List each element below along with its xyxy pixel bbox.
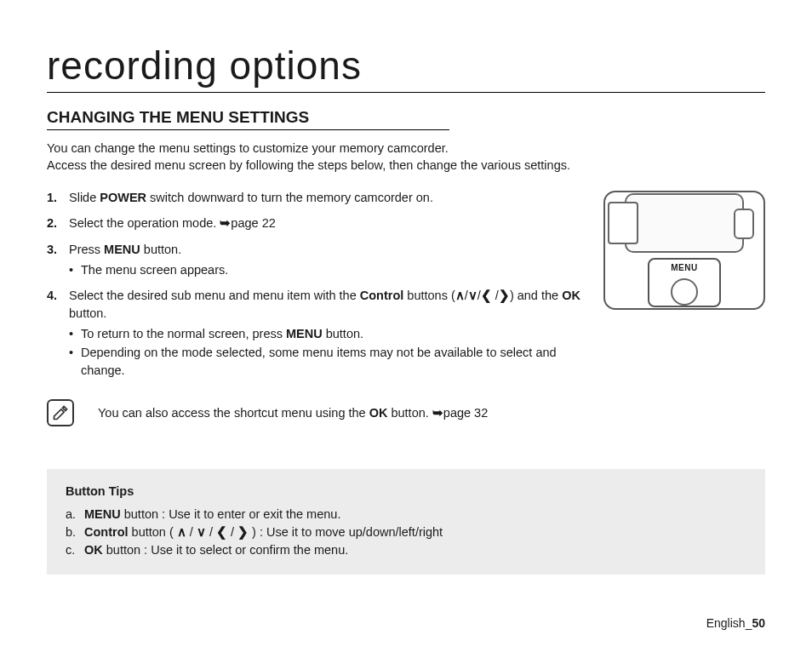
tip-item-b: b. Control button ( ∧ / ∨ / ❮ / ❯ ) : Us… bbox=[66, 523, 746, 541]
pencil-note-icon bbox=[52, 404, 69, 421]
sub-item: The menu screen appears. bbox=[69, 261, 583, 278]
arrow-icon: ➥ bbox=[432, 404, 443, 421]
step-1: 1. Slide POWER switch downward to turn t… bbox=[47, 189, 583, 206]
chevron-left-icon: ❮ bbox=[216, 525, 227, 539]
intro-line-1: You can change the menu settings to cust… bbox=[47, 141, 449, 155]
page-title: recording options bbox=[47, 43, 765, 93]
step-number: 3. bbox=[47, 241, 57, 258]
manual-page: recording options CHANGING THE MENU SETT… bbox=[0, 0, 812, 652]
intro-line-2: Access the desired menu screen by follow… bbox=[47, 158, 570, 172]
chevron-down-icon: ∨ bbox=[468, 289, 477, 302]
section-heading: CHANGING THE MENU SETTINGS bbox=[47, 108, 449, 130]
step-number: 4. bbox=[47, 287, 57, 304]
step-4: 4. Select the desired sub menu and menu … bbox=[47, 287, 583, 378]
note-row: You can also access the shortcut menu us… bbox=[47, 399, 583, 426]
chevron-left-icon: ❮ bbox=[481, 289, 492, 302]
step-text: Press MENU button. bbox=[69, 243, 181, 256]
tips-title: Button Tips bbox=[66, 483, 746, 500]
sub-list: To return to the normal screen, press ME… bbox=[69, 325, 583, 379]
sub-item: To return to the normal screen, press ME… bbox=[69, 325, 583, 342]
steps-list: 1. Slide POWER switch downward to turn t… bbox=[47, 189, 583, 426]
footer-language: English bbox=[706, 616, 746, 630]
camcorder-illustration: MENU bbox=[603, 191, 765, 310]
menu-label: MENU bbox=[671, 263, 697, 272]
camera-screen-icon bbox=[608, 202, 638, 244]
intro-text: You can change the menu settings to cust… bbox=[47, 140, 575, 174]
step-2: 2. Select the operation mode. ➥page 22 bbox=[47, 214, 583, 232]
camera-body-icon bbox=[625, 193, 744, 253]
chevron-right-icon: ❯ bbox=[237, 525, 249, 539]
chevron-up-icon: ∧ bbox=[177, 525, 186, 539]
sub-list: The menu screen appears. bbox=[69, 261, 583, 278]
step-text: Select the desired sub menu and menu ite… bbox=[69, 289, 580, 319]
menu-button-diagram: MENU bbox=[648, 258, 721, 307]
tip-item-c: c. OK button : Use it to select or confi… bbox=[66, 541, 746, 559]
page-footer: English_50 bbox=[706, 616, 765, 630]
chevron-down-icon: ∨ bbox=[197, 525, 206, 539]
sub-item: Depending on the mode selected, some men… bbox=[69, 344, 583, 379]
content-row: 1. Slide POWER switch downward to turn t… bbox=[47, 189, 765, 426]
step-3: 3. Press MENU button. The menu screen ap… bbox=[47, 241, 583, 279]
step-number: 2. bbox=[47, 214, 57, 232]
step-number: 1. bbox=[47, 189, 57, 206]
camera-lens-icon bbox=[734, 209, 754, 239]
note-icon bbox=[47, 399, 74, 426]
step-text: Select the operation mode. ➥page 22 bbox=[69, 216, 276, 230]
step-text: Slide POWER switch downward to turn the … bbox=[69, 191, 433, 204]
tip-item-a: a. MENU button : Use it to enter or exit… bbox=[66, 506, 746, 523]
arrow-icon: ➥ bbox=[220, 214, 231, 232]
page-number: 50 bbox=[752, 616, 765, 630]
chevron-right-icon: ❯ bbox=[499, 289, 510, 302]
button-tips-box: Button Tips a. MENU button : Use it to e… bbox=[47, 469, 765, 575]
chevron-up-icon: ∧ bbox=[455, 289, 465, 302]
note-text: You can also access the shortcut menu us… bbox=[98, 404, 488, 421]
tips-list: a. MENU button : Use it to enter or exit… bbox=[66, 506, 746, 559]
